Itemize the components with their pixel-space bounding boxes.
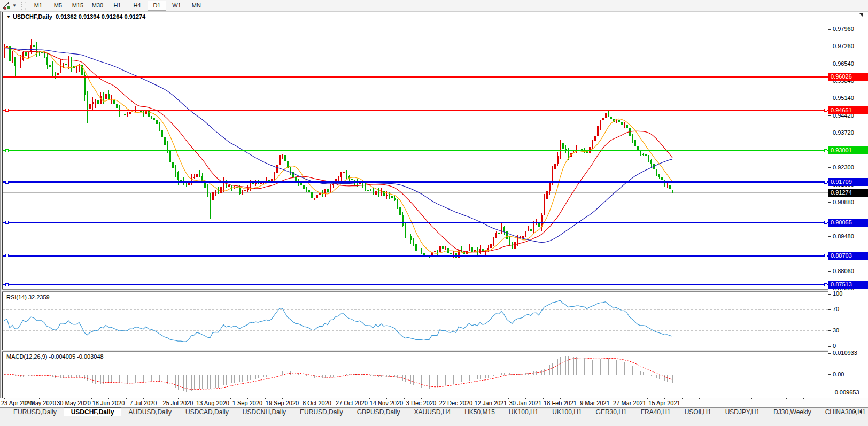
price-tick-label: 0.88060 [833, 268, 854, 274]
hline-price-label[interactable]: 0.93001 [828, 146, 868, 154]
hline-price-label[interactable]: 0.90055 [828, 219, 868, 227]
date-label: 27 Mar 2021 [613, 400, 646, 406]
tab-gbpusd-daily[interactable]: GBPUSD,Daily [350, 408, 407, 416]
timeframe-button-mn[interactable]: MN [187, 1, 206, 11]
price-tick [828, 98, 831, 98]
tab-audusd-daily[interactable]: AUDUSD,Daily [121, 408, 179, 416]
price-tick [828, 133, 831, 133]
price-tick-label: 0.93720 [833, 129, 854, 136]
timeframe-button-m1[interactable]: M1 [29, 1, 48, 11]
date-tick [404, 398, 405, 399]
date-tick [664, 398, 665, 399]
timeframe-buttons: M1M5M15M30H1H4D1W1MN [28, 1, 206, 11]
timeframe-button-w1[interactable]: W1 [167, 1, 186, 11]
mt4-terminal: ▼ M1M5M15M30H1H4D1W1MN ▼USDCHF,Daily 0.9… [0, 0, 868, 426]
price-tick-label: 0.97260 [833, 43, 854, 49]
macd-axis-tick [828, 393, 831, 393]
timeframe-button-h1[interactable]: H1 [108, 1, 127, 11]
date-tick [786, 398, 787, 399]
macd-axis-tick [828, 374, 831, 375]
timeframe-button-d1[interactable]: D1 [148, 1, 166, 11]
date-tick [335, 398, 335, 399]
date-label: 22 Dec 2020 [439, 400, 472, 406]
main-price-chart[interactable] [3, 12, 828, 289]
tab-scroll-left-icon[interactable]: ◄ [852, 409, 859, 414]
chart-tools-group[interactable]: ▼ [0, 0, 19, 11]
tab-fra40-h1[interactable]: FRA40,H1 [634, 408, 678, 416]
rsi-line [4, 300, 672, 342]
date-tick [4, 398, 5, 399]
rsi-axis-label: 0 [833, 343, 836, 349]
date-tick [421, 398, 422, 399]
hline-handle [5, 221, 8, 224]
date-tick [769, 398, 769, 399]
date-tick [213, 398, 213, 399]
tab-hk50-m15[interactable]: HK50,M15 [458, 408, 502, 416]
date-label: 18 Feb 2021 [544, 400, 577, 406]
timeframe-button-m30[interactable]: M30 [88, 1, 107, 11]
tab-ger30-h1[interactable]: GER30,H1 [589, 408, 634, 416]
hline-handle [824, 254, 827, 257]
macd-histogram [4, 356, 672, 392]
tab-dj30-weekly[interactable]: DJ30,Weekly [766, 408, 818, 416]
rsi-axis-tick [828, 330, 831, 331]
rsi-axis-tick [828, 346, 831, 347]
date-axis[interactable]: 23 Apr 202012 May 202030 May 202018 Jun … [0, 398, 868, 407]
date-tick [491, 398, 491, 399]
date-label: 25 Jul 2020 [163, 400, 193, 406]
macd-axis-label: -0.009653 [833, 389, 859, 396]
date-label: 12 May 2020 [22, 400, 56, 406]
date-tick [143, 398, 144, 399]
toolbar-grip[interactable] [21, 2, 26, 10]
timeframe-button-h4[interactable]: H4 [128, 1, 146, 11]
date-tick [178, 398, 179, 399]
date-tick [560, 398, 561, 399]
rsi-panel[interactable] [3, 292, 828, 350]
timeframe-button-m5[interactable]: M5 [49, 1, 67, 11]
collapse-triangle-icon[interactable]: ▼ [6, 14, 11, 19]
rsi-axis-label: 30 [833, 327, 839, 334]
macd-panel[interactable] [3, 352, 828, 397]
timeframe-button-m15[interactable]: M15 [68, 1, 87, 11]
date-tick [647, 398, 648, 399]
hline-price-label[interactable]: 0.88703 [828, 252, 868, 260]
hline-price-label[interactable]: 0.87513 [828, 281, 868, 289]
tab-scroll-arrows[interactable]: ◄► [852, 409, 866, 414]
price-tick-label: 0.92300 [833, 164, 854, 171]
price-tick [828, 64, 831, 64]
date-tick [247, 398, 248, 399]
hline-price-label[interactable]: 0.91709 [828, 178, 868, 186]
tab-usdcad-daily[interactable]: USDCAD,Daily [179, 408, 236, 416]
tab-eurusd-daily[interactable]: EURUSD,Daily [293, 408, 350, 416]
tab-xauusd-h4[interactable]: XAUUSD,H4 [407, 408, 458, 416]
date-tick [57, 398, 57, 399]
tab-usdcnh-daily[interactable]: USDCNH,Daily [236, 408, 293, 416]
tab-scroll-right-icon[interactable]: ► [859, 409, 866, 414]
date-tick [282, 398, 283, 399]
date-tick [196, 398, 196, 399]
chevron-down-icon[interactable]: ▼ [12, 3, 17, 8]
price-tick [828, 29, 831, 30]
macd-axis-label: 0.010933 [833, 350, 857, 356]
date-tick [613, 398, 613, 399]
macd-axis-label: 0.00 [833, 371, 844, 377]
hline-price-label[interactable]: 0.96026 [828, 73, 868, 81]
date-tick [578, 398, 578, 399]
tab-eurusd-daily[interactable]: EURUSD,Daily [6, 408, 64, 416]
tab-uk100-h1[interactable]: UK100,H1 [545, 408, 588, 416]
price-tick-label: 0.90880 [833, 199, 854, 205]
date-label: 14 Nov 2020 [370, 400, 403, 406]
date-tick [508, 398, 509, 399]
tab-uk100-h1[interactable]: UK100,H1 [502, 408, 545, 416]
hline-price-label[interactable]: 0.94651 [828, 106, 868, 114]
chart-shift-marker[interactable] [859, 13, 863, 17]
date-tick [439, 398, 439, 399]
rsi-axis-tick [828, 309, 831, 310]
hline-handle [5, 181, 8, 183]
tab-usoil-h1[interactable]: USOil,H1 [678, 408, 718, 416]
date-tick [39, 398, 40, 399]
tab-usdchf-daily[interactable]: USDCHF,Daily [64, 407, 122, 416]
macd-signal-line [4, 358, 672, 390]
date-label: 12 Jan 2021 [475, 400, 507, 406]
tab-usdjpy-h1[interactable]: USDJPY,H1 [718, 408, 766, 416]
